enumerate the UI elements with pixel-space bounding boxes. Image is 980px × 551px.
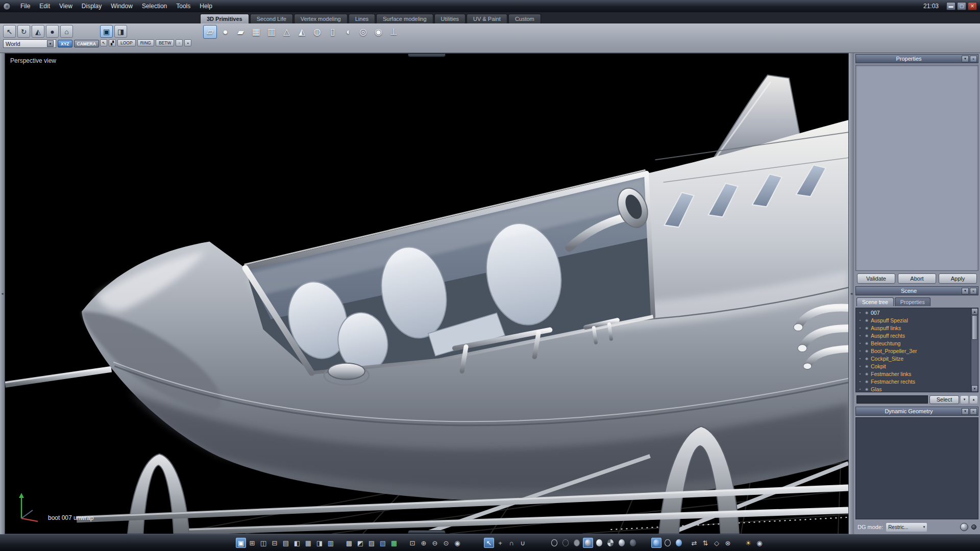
tab-utilities[interactable]: Utilities <box>434 14 465 23</box>
close-button[interactable]: × <box>968 2 977 10</box>
menu-edit[interactable]: Edit <box>35 2 55 11</box>
magnifier-icon[interactable]: ⊙ <box>441 538 451 548</box>
menu-display[interactable]: Display <box>77 2 106 11</box>
panel-close-icon[interactable]: × <box>970 408 977 415</box>
select-cursor-icon[interactable]: ↖ <box>484 538 494 548</box>
lock-icon[interactable]: ▪ <box>857 326 863 330</box>
dg-mode-dropdown[interactable]: Restric... ▾ <box>886 523 927 532</box>
camera-render-icon[interactable]: ◉ <box>754 538 765 548</box>
tab-surface-modeling[interactable]: Surface modeling <box>376 14 433 23</box>
shading-points-icon[interactable] <box>560 538 571 548</box>
maximize-button[interactable]: ▢ <box>957 2 966 10</box>
weld-tool-icon[interactable]: ⊗ <box>723 538 733 548</box>
tab-vertex-modeling[interactable]: Vertex modeling <box>294 14 348 23</box>
display-wire-overlay-icon[interactable]: ▩ <box>344 538 354 548</box>
left-tray-collapse-strip[interactable]: ◂ <box>0 53 5 534</box>
perspective-viewport[interactable]: Perspective view boot 007 unwrap <box>5 53 849 534</box>
tree-item-cokpit[interactable]: ▪ ◉ Cokpit <box>856 362 971 370</box>
soft-selection-icon[interactable]: ◨ <box>114 25 127 38</box>
viewport-3d-canvas[interactable] <box>5 54 848 534</box>
scroll-down-icon[interactable]: ▼ <box>971 385 978 392</box>
tree-item-festmacher-rechts[interactable]: ▪ ◉ Festmacher rechts <box>856 378 971 385</box>
primitive-facet-icon[interactable]: ▰ <box>234 25 248 39</box>
eye-icon[interactable]: ◉ <box>864 334 869 338</box>
primitive-geodesic-icon[interactable]: ◍ <box>310 25 324 39</box>
swap-tool-icon[interactable]: ⇅ <box>700 538 710 548</box>
frame-selection-icon[interactable]: ⊡ <box>407 538 418 548</box>
orbit-tool-icon[interactable]: ↻ <box>17 25 30 38</box>
lock-icon[interactable]: ▪ <box>857 311 863 314</box>
sphere-view-tool-icon[interactable]: ● <box>46 25 59 38</box>
eye-visibility-icon[interactable]: ◉ <box>452 538 462 548</box>
bottom-tray-handle[interactable] <box>408 530 446 534</box>
display-texture-grid-icon[interactable]: ▦ <box>389 538 399 548</box>
panel-close-icon[interactable]: × <box>970 56 977 62</box>
eye-icon[interactable]: ◉ <box>864 318 869 322</box>
ring-select-button[interactable]: RING <box>137 39 154 46</box>
scroll-up-icon[interactable]: ▲ <box>971 308 978 315</box>
menu-selection[interactable]: Selection <box>137 2 172 11</box>
layout-three-top-icon[interactable]: ▤ <box>281 538 291 548</box>
layout-two-horizontal-icon[interactable]: ⊟ <box>270 538 280 548</box>
select-arrow-tool-icon[interactable]: ↖ <box>3 25 16 38</box>
between-select-button[interactable]: BETW <box>156 39 175 46</box>
display-hatch-icon[interactable]: ▨ <box>366 538 377 548</box>
panel-close-icon[interactable]: × <box>970 288 977 294</box>
material-preview-icon[interactable] <box>651 538 662 548</box>
scene-tree-scrollbar[interactable]: ▲ ▼ <box>971 308 978 392</box>
lock-icon[interactable]: ▪ <box>857 318 863 322</box>
lock-icon[interactable]: ▪ <box>857 380 863 383</box>
eye-icon[interactable]: ◉ <box>864 357 869 361</box>
scene-filter-input[interactable] <box>856 395 928 404</box>
primitive-cylinder-icon[interactable]: ▯ <box>326 25 339 39</box>
tab-custom[interactable]: Custom <box>508 14 541 23</box>
camera-toggle-button[interactable]: CAMERA <box>74 40 99 47</box>
eye-icon[interactable]: ◉ <box>864 364 869 368</box>
top-tray-handle[interactable] <box>408 54 446 57</box>
xyz-toggle-button[interactable]: XYZ <box>58 40 72 47</box>
primitive-sphere-icon[interactable]: ◉ <box>372 25 385 39</box>
scrollbar-track[interactable] <box>971 315 978 385</box>
lock-icon[interactable]: ▪ <box>857 364 863 368</box>
shading-textured-icon[interactable] <box>605 538 616 548</box>
world-space-dropdown[interactable]: World ▾ <box>3 39 56 48</box>
display-uv-grid-icon[interactable]: ▧ <box>378 538 388 548</box>
tab-scene-properties[interactable]: Properties <box>895 297 930 306</box>
eye-icon[interactable]: ◉ <box>864 372 869 376</box>
select-option-1-icon[interactable]: ▫ <box>176 39 183 46</box>
tree-item-auspuff-links[interactable]: ▪ ◉ Auspuff links <box>856 324 971 332</box>
select-button[interactable]: Select <box>929 395 959 404</box>
eye-icon[interactable]: ◉ <box>864 326 869 330</box>
primitive-cone-icon[interactable]: △ <box>280 25 293 39</box>
tab-uv-paint[interactable]: UV & Paint <box>467 14 507 23</box>
scrollbar-thumb[interactable] <box>972 315 977 340</box>
shading-shaded-icon[interactable] <box>594 538 604 548</box>
primitive-cube-icon[interactable]: ▥ <box>264 25 278 39</box>
eye-icon[interactable]: ◉ <box>864 380 869 384</box>
lock-icon[interactable]: ▪ <box>857 349 863 353</box>
home-view-tool-icon[interactable]: ⌂ <box>60 25 73 38</box>
abort-button[interactable]: Abort <box>898 273 936 284</box>
layout-four-view-icon[interactable]: ⊞ <box>247 538 257 548</box>
panel-menu-icon[interactable]: ▾ <box>962 288 969 294</box>
tab-3d-primitives[interactable]: 3D Primitives <box>200 14 249 23</box>
tree-item-festmacher-links[interactable]: ▪ ◉ Festmacher links <box>856 370 971 378</box>
primitive-torus-icon[interactable]: ◎ <box>356 25 370 39</box>
apply-button[interactable]: Apply <box>939 273 977 284</box>
primitive-disc-icon[interactable]: ● <box>218 25 232 39</box>
lock-icon[interactable]: ▪ <box>857 357 863 360</box>
layout-left-split-icon[interactable]: ◧ <box>292 538 302 548</box>
layout-grid-icon[interactable]: ▦ <box>303 538 313 548</box>
menu-window[interactable]: Window <box>106 2 137 11</box>
active-selection-mode-icon[interactable]: ▣ <box>100 25 113 38</box>
menu-view[interactable]: View <box>55 2 77 11</box>
primitive-grid-icon[interactable]: ▦ <box>249 25 263 39</box>
select-down-icon[interactable]: ▾ <box>961 396 968 404</box>
menu-tools[interactable]: Tools <box>172 2 195 11</box>
snap-magnet-icon[interactable]: ∩ <box>506 538 517 548</box>
lock-icon[interactable]: ▪ <box>857 334 863 337</box>
snap-magnet-alt-icon[interactable]: ∪ <box>518 538 528 548</box>
pick-mode-icon[interactable]: ↖ <box>100 39 107 46</box>
lock-icon[interactable]: ▪ <box>857 372 863 375</box>
primitive-plane-icon[interactable]: ▱ <box>203 25 217 39</box>
